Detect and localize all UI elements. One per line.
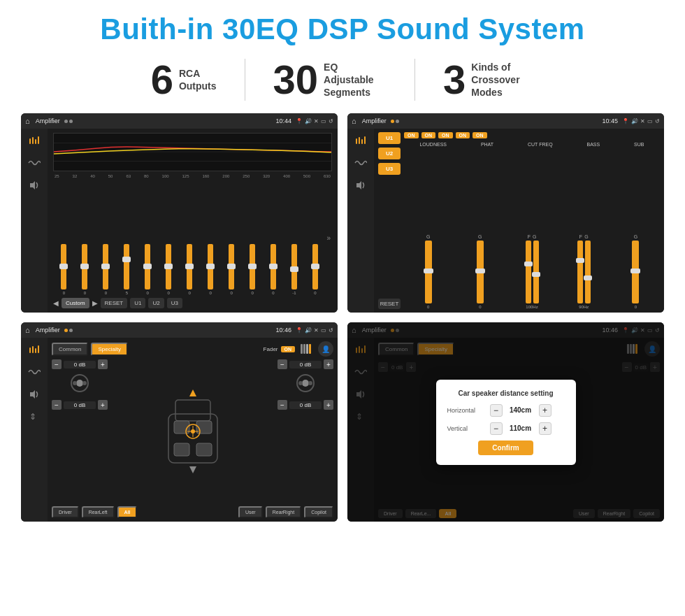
fader-db-row-1: − 0 dB +: [52, 359, 108, 369]
eq-slider-7[interactable]: 0: [180, 244, 199, 295]
on-tag-sub[interactable]: ON: [473, 132, 487, 138]
fader-profile-icon[interactable]: 👤: [318, 341, 333, 357]
back-icon-2[interactable]: ↺: [655, 118, 660, 124]
crossover-u1[interactable]: U1: [378, 132, 401, 144]
fader-user-btn[interactable]: User: [238, 506, 263, 518]
stat-eq-text: EQ AdjustableSegments: [324, 61, 387, 99]
home-icon-2[interactable]: ⌂: [352, 117, 356, 125]
modal-horizontal-plus[interactable]: +: [539, 404, 551, 417]
slider-bass[interactable]: F G 90Hz: [560, 234, 608, 309]
on-tag-bass[interactable]: ON: [456, 132, 470, 138]
eq-u3-btn[interactable]: U3: [167, 298, 182, 308]
fader-minus-4[interactable]: −: [277, 400, 287, 410]
eq-slider-2[interactable]: 0: [75, 244, 94, 295]
speaker-icon[interactable]: [27, 179, 42, 192]
fader-specialty-tab[interactable]: Specialty: [91, 343, 127, 356]
skip-forward-icon[interactable]: »: [326, 234, 331, 242]
fader-minus-3[interactable]: −: [277, 359, 287, 369]
on-tag-phat[interactable]: ON: [421, 132, 436, 138]
fader-label: Fader: [264, 346, 278, 352]
label-phat: PHAT: [481, 142, 493, 147]
stat-crossover-text: Kinds ofCrossover Modes: [471, 61, 534, 99]
eq-slider-1[interactable]: 0: [55, 244, 73, 295]
eq-preset-custom[interactable]: Custom: [62, 298, 89, 308]
back-icon[interactable]: ↺: [329, 118, 333, 124]
crossover-reset[interactable]: RESET: [378, 299, 401, 309]
fader-minus-2[interactable]: −: [52, 400, 62, 410]
play-prev-icon[interactable]: ◀: [53, 299, 59, 307]
dot-1: [64, 120, 68, 123]
eq-slider-13[interactable]: 0: [305, 244, 324, 295]
eq-u1-btn[interactable]: U1: [130, 298, 145, 308]
crossover-channels: ON ON ON ON ON LOUDNESS PHAT CUT FREQ BA…: [404, 132, 660, 309]
modal-vertical-plus[interactable]: +: [539, 422, 551, 435]
eq-slider-12[interactable]: -1: [284, 244, 303, 295]
svg-rect-9: [356, 138, 357, 144]
eq-slider-9[interactable]: 0: [222, 244, 241, 295]
svg-rect-2: [35, 139, 36, 144]
svg-rect-3: [38, 136, 39, 144]
dot-orange-2: [64, 329, 68, 332]
slider-cutfreq[interactable]: F G 100Hz: [507, 234, 556, 309]
home-icon-3[interactable]: ⌂: [25, 326, 30, 334]
home-icon[interactable]: ⌂: [25, 117, 30, 125]
eq-slider-4[interactable]: 5: [117, 244, 136, 295]
fader-content: ⇕ Common Specialty Fader ON: [21, 338, 338, 522]
fader-plus-2[interactable]: +: [98, 400, 108, 410]
crossover-u3[interactable]: U3: [378, 163, 401, 175]
wave-icon-3[interactable]: [27, 366, 42, 378]
fader-common-tab[interactable]: Common: [52, 343, 88, 356]
crossover-u2[interactable]: U2: [378, 148, 401, 159]
crossover-sliders: G 0 G 0: [404, 149, 660, 309]
on-tag-cutfreq[interactable]: ON: [438, 132, 453, 138]
dot-2: [69, 120, 73, 123]
back-icon-3[interactable]: ↺: [329, 327, 333, 334]
svg-marker-13: [356, 181, 361, 189]
fader-plus-4[interactable]: +: [324, 400, 333, 410]
freq-400: 400: [283, 174, 290, 178]
eq-slider-11[interactable]: 0: [264, 244, 283, 295]
fader-plus-1[interactable]: +: [98, 359, 108, 369]
eq-slider-6[interactable]: 0: [159, 244, 178, 295]
eq-slider-3[interactable]: 0: [96, 244, 115, 295]
on-tag-loudness[interactable]: ON: [404, 132, 419, 138]
speaker-icon-3[interactable]: [27, 388, 42, 401]
slider-phat[interactable]: G 0: [456, 234, 504, 309]
svg-rect-12: [364, 136, 366, 144]
crossover-sidebar: [347, 129, 374, 313]
eq-reset-btn[interactable]: RESET: [101, 298, 128, 308]
eq-icon[interactable]: [27, 134, 42, 147]
svg-text:⇕: ⇕: [29, 412, 36, 422]
play-next-icon[interactable]: ▶: [92, 299, 98, 307]
fader-db-row-2: − 0 dB +: [52, 400, 108, 410]
eq-u2-btn[interactable]: U2: [148, 298, 164, 308]
modal-horizontal-minus[interactable]: −: [490, 404, 503, 417]
eq-icon-3[interactable]: [27, 343, 42, 356]
stat-eq-number: 30: [273, 59, 319, 100]
fader-rearleft-btn[interactable]: RearLeft: [82, 506, 115, 518]
slider-sub[interactable]: G 0: [612, 234, 660, 309]
fader-on-badge[interactable]: ON: [281, 346, 296, 352]
modal-confirm-button[interactable]: Confirm: [478, 440, 533, 455]
fader-plus-3[interactable]: +: [324, 359, 333, 369]
eq-icon-2[interactable]: [353, 134, 368, 147]
eq-slider-10[interactable]: 0: [243, 244, 262, 295]
fader-all-btn[interactable]: All: [117, 506, 138, 518]
slider-loudness[interactable]: G 0: [404, 234, 452, 309]
eq-slider-8[interactable]: 0: [201, 244, 220, 295]
crossover-main-area: U1 U2 U3 RESET ON ON ON ON ON: [374, 129, 664, 313]
speaker-icon-2[interactable]: [353, 179, 368, 192]
svg-rect-25: [175, 400, 210, 421]
fader-driver-btn[interactable]: Driver: [52, 506, 79, 518]
svg-rect-28: [174, 443, 189, 456]
svg-rect-11: [361, 139, 363, 144]
wave-icon[interactable]: [27, 157, 42, 169]
fader-minus-1[interactable]: −: [52, 359, 62, 369]
wave-icon-2[interactable]: [353, 157, 368, 169]
eq-slider-5[interactable]: 0: [138, 244, 157, 295]
modal-vertical-minus[interactable]: −: [490, 422, 503, 435]
fader-copilot-btn[interactable]: Copilot: [304, 506, 333, 518]
svg-point-22: [82, 381, 87, 385]
fader-rearright-btn[interactable]: RearRight: [266, 506, 302, 518]
arrows-icon[interactable]: ⇕: [27, 410, 42, 423]
